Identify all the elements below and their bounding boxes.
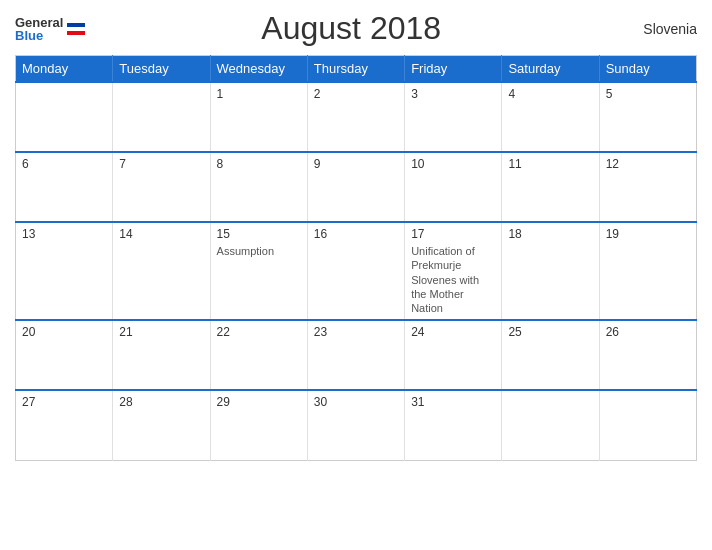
- calendar-day-cell: 26: [599, 320, 696, 390]
- page: General Blue August 2018 Slovenia Monday…: [0, 0, 712, 550]
- calendar-day-cell: 16: [307, 222, 404, 320]
- calendar-table: Monday Tuesday Wednesday Thursday Friday…: [15, 55, 697, 461]
- header-sunday: Sunday: [599, 56, 696, 83]
- calendar-day-cell: 13: [16, 222, 113, 320]
- calendar-day-cell: 22: [210, 320, 307, 390]
- day-number: 13: [22, 227, 106, 241]
- calendar-day-cell: 30: [307, 390, 404, 460]
- day-number: 29: [217, 395, 301, 409]
- holiday-label: Assumption: [217, 245, 274, 257]
- day-number: 1: [217, 87, 301, 101]
- calendar-day-cell: [16, 82, 113, 152]
- day-number: 21: [119, 325, 203, 339]
- day-number: 6: [22, 157, 106, 171]
- calendar-day-cell: 9: [307, 152, 404, 222]
- header-monday: Monday: [16, 56, 113, 83]
- holiday-label: Unification of Prekmurje Slovenes with t…: [411, 245, 479, 314]
- day-number: 30: [314, 395, 398, 409]
- country-label: Slovenia: [617, 21, 697, 37]
- calendar-day-cell: 5: [599, 82, 696, 152]
- day-number: 14: [119, 227, 203, 241]
- logo: General Blue: [15, 16, 85, 42]
- calendar-day-cell: [502, 390, 599, 460]
- calendar-day-cell: 19: [599, 222, 696, 320]
- calendar-day-cell: 7: [113, 152, 210, 222]
- calendar-day-cell: [599, 390, 696, 460]
- header-friday: Friday: [405, 56, 502, 83]
- svg-rect-0: [67, 23, 85, 27]
- day-number: 7: [119, 157, 203, 171]
- header-tuesday: Tuesday: [113, 56, 210, 83]
- calendar-week-row: 20212223242526: [16, 320, 697, 390]
- day-number: 9: [314, 157, 398, 171]
- day-number: 26: [606, 325, 690, 339]
- weekday-header-row: Monday Tuesday Wednesday Thursday Friday…: [16, 56, 697, 83]
- logo-blue-text: Blue: [15, 29, 63, 42]
- header-wednesday: Wednesday: [210, 56, 307, 83]
- calendar-day-cell: 17Unification of Prekmurje Slovenes with…: [405, 222, 502, 320]
- logo-general-text: General: [15, 16, 63, 29]
- day-number: 15: [217, 227, 301, 241]
- day-number: 2: [314, 87, 398, 101]
- calendar-day-cell: 31: [405, 390, 502, 460]
- calendar-day-cell: 4: [502, 82, 599, 152]
- calendar-day-cell: 28: [113, 390, 210, 460]
- calendar-day-cell: 12: [599, 152, 696, 222]
- svg-rect-2: [67, 31, 85, 35]
- day-number: 17: [411, 227, 495, 241]
- calendar-week-row: 6789101112: [16, 152, 697, 222]
- calendar-day-cell: [113, 82, 210, 152]
- day-number: 3: [411, 87, 495, 101]
- month-title: August 2018: [85, 10, 617, 47]
- logo-flag-icon: [67, 23, 85, 35]
- day-number: 27: [22, 395, 106, 409]
- calendar-day-cell: 27: [16, 390, 113, 460]
- calendar-day-cell: 8: [210, 152, 307, 222]
- calendar-week-row: 131415Assumption1617Unification of Prekm…: [16, 222, 697, 320]
- calendar-day-cell: 11: [502, 152, 599, 222]
- day-number: 10: [411, 157, 495, 171]
- header: General Blue August 2018 Slovenia: [15, 10, 697, 47]
- day-number: 19: [606, 227, 690, 241]
- day-number: 31: [411, 395, 495, 409]
- day-number: 23: [314, 325, 398, 339]
- svg-rect-1: [67, 27, 85, 31]
- calendar-day-cell: 2: [307, 82, 404, 152]
- calendar-day-cell: 25: [502, 320, 599, 390]
- calendar-day-cell: 15Assumption: [210, 222, 307, 320]
- day-number: 5: [606, 87, 690, 101]
- day-number: 11: [508, 157, 592, 171]
- calendar-week-row: 12345: [16, 82, 697, 152]
- day-number: 8: [217, 157, 301, 171]
- calendar-day-cell: 24: [405, 320, 502, 390]
- day-number: 22: [217, 325, 301, 339]
- header-thursday: Thursday: [307, 56, 404, 83]
- header-saturday: Saturday: [502, 56, 599, 83]
- calendar-day-cell: 18: [502, 222, 599, 320]
- calendar-day-cell: 14: [113, 222, 210, 320]
- day-number: 18: [508, 227, 592, 241]
- day-number: 28: [119, 395, 203, 409]
- calendar-day-cell: 23: [307, 320, 404, 390]
- day-number: 4: [508, 87, 592, 101]
- calendar-week-row: 2728293031: [16, 390, 697, 460]
- day-number: 20: [22, 325, 106, 339]
- calendar-day-cell: 6: [16, 152, 113, 222]
- day-number: 25: [508, 325, 592, 339]
- calendar-day-cell: 1: [210, 82, 307, 152]
- day-number: 12: [606, 157, 690, 171]
- calendar-day-cell: 29: [210, 390, 307, 460]
- day-number: 16: [314, 227, 398, 241]
- calendar-day-cell: 20: [16, 320, 113, 390]
- calendar-day-cell: 21: [113, 320, 210, 390]
- calendar-day-cell: 3: [405, 82, 502, 152]
- calendar-day-cell: 10: [405, 152, 502, 222]
- day-number: 24: [411, 325, 495, 339]
